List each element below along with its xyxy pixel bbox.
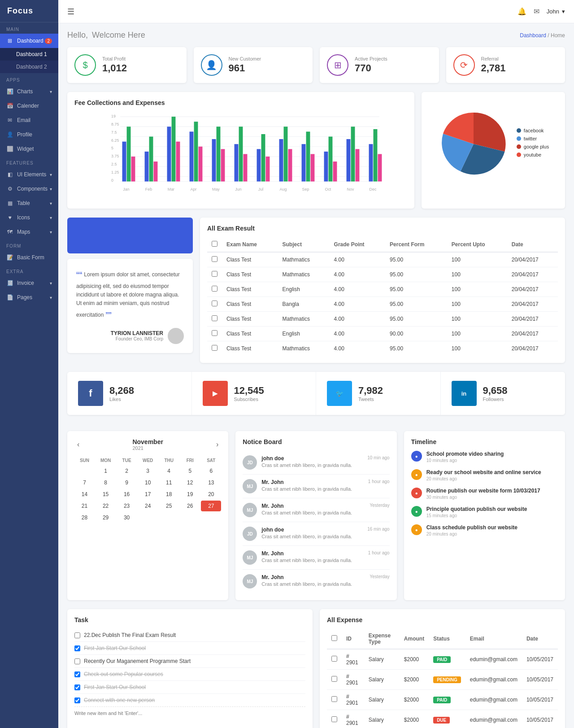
row-checkbox[interactable] — [212, 256, 217, 262]
calendar-day[interactable]: 8 — [96, 477, 116, 488]
task-checkbox[interactable] — [74, 658, 80, 664]
notice-time: Yesterday — [370, 503, 390, 517]
calendar-prev-button[interactable]: ‹ — [74, 440, 82, 449]
calendar-day[interactable]: 11 — [159, 477, 179, 488]
facebook-icon: f — [78, 381, 103, 406]
sidebar-item-ui-elements[interactable]: ◧ UI Elements ▾ — [0, 167, 58, 182]
sidebar-item-invoice[interactable]: 🧾 Invoice ▾ — [0, 276, 58, 290]
chevron-down-icon: ▾ — [50, 172, 52, 177]
table-cell: Mathmatics — [278, 267, 330, 282]
calendar-day[interactable]: 23 — [117, 501, 137, 511]
sidebar-item-basic-form[interactable]: 📝 Basic Form — [0, 250, 58, 265]
sidebar-item-dashboard2[interactable]: Dashboard 2 — [0, 61, 58, 73]
row-checkbox[interactable] — [212, 315, 217, 321]
task-checkbox[interactable] — [74, 697, 80, 703]
sidebar-item-icons[interactable]: ♥ Icons ▾ — [0, 210, 58, 225]
calendar-day[interactable]: 20 — [201, 489, 221, 500]
table-cell: Class Test — [222, 267, 278, 282]
table-cell: 4.00 — [330, 252, 385, 267]
row-checkbox[interactable] — [212, 271, 217, 277]
user-menu[interactable]: John ▾ — [547, 8, 565, 15]
sidebar-item-dashboard[interactable]: ⊞ Dashboard 2 — [0, 34, 58, 48]
svg-rect-30 — [217, 126, 221, 181]
exam-table-card: All Exam Result Exam Name Subject Grade … — [200, 218, 565, 363]
expense-id: # 2901 — [342, 670, 364, 690]
calendar-day[interactable]: 4 — [159, 466, 179, 476]
calendar-day[interactable]: 9 — [117, 477, 137, 488]
youtube-label: Subscribes — [234, 397, 264, 402]
sidebar-item-email[interactable]: ✉ Email — [0, 113, 58, 127]
calendar-day[interactable]: 14 — [74, 489, 95, 500]
sidebar-item-dashboard1[interactable]: Dashboard 1 — [0, 48, 58, 61]
calendar-day[interactable]: 29 — [96, 512, 116, 523]
expense-select-all[interactable] — [331, 635, 337, 641]
row-checkbox[interactable] — [331, 676, 337, 682]
exam-select-all[interactable] — [212, 241, 217, 247]
row-checkbox[interactable] — [212, 330, 217, 336]
bell-icon[interactable]: 🔔 — [517, 7, 526, 16]
task-checkbox[interactable] — [74, 671, 80, 677]
linkedin-icon: in — [452, 381, 477, 406]
sidebar-item-profile[interactable]: 👤 Profile — [0, 127, 58, 142]
calendar-day[interactable]: 10 — [138, 477, 158, 488]
table-cell: 20/04/2017 — [507, 327, 558, 341]
expense-status: PENDING — [429, 670, 465, 690]
calendar-day[interactable]: 7 — [74, 477, 95, 488]
calendar-day[interactable]: 6 — [201, 466, 221, 476]
calendar-day[interactable]: 5 — [180, 466, 200, 476]
svg-rect-20 — [145, 152, 149, 182]
row-checkbox[interactable] — [212, 301, 217, 306]
calendar-day[interactable]: 27 — [201, 501, 221, 511]
calendar-day-header: SAT — [201, 456, 221, 465]
svg-rect-48 — [351, 126, 355, 181]
calendar-day[interactable]: 21 — [74, 501, 95, 511]
calendar-day[interactable]: 13 — [201, 477, 221, 488]
calendar-day[interactable]: 1 — [96, 466, 116, 476]
calendar-day[interactable]: 30 — [117, 512, 137, 523]
calendar-next-button[interactable]: › — [213, 440, 221, 449]
calendar-day[interactable]: 3 — [138, 466, 158, 476]
sidebar-item-components[interactable]: ⚙ Components ▾ — [0, 182, 58, 196]
bar-chart-area: 19 8.75 7.5 6.25 5 3.75 2.5 1.25 0 — [74, 112, 407, 201]
sidebar-item-table[interactable]: ▦ Table ▾ — [0, 196, 58, 210]
task-checkbox[interactable] — [74, 684, 80, 690]
sidebar-item-charts[interactable]: 📊 Charts ▾ — [0, 84, 58, 99]
row-checkbox[interactable] — [331, 716, 337, 722]
svg-rect-33 — [239, 126, 243, 181]
expense-date: 10/05/2017 — [522, 690, 558, 710]
calendar-day[interactable]: 15 — [96, 489, 116, 500]
calendar-day[interactable]: 12 — [180, 477, 200, 488]
sidebar-item-pages[interactable]: 📄 Pages ▾ — [0, 290, 58, 305]
email-icon[interactable]: ✉ — [534, 7, 539, 16]
task-checkbox[interactable] — [74, 645, 80, 651]
notice-text: Cras sit amet nibh libero, in gravida nu… — [261, 462, 352, 468]
row-checkbox[interactable] — [331, 656, 337, 662]
sidebar-item-maps[interactable]: 🗺 Maps ▾ — [0, 225, 58, 239]
calendar-day[interactable]: 24 — [138, 501, 158, 511]
calendar-day[interactable]: 16 — [117, 489, 137, 500]
sidebar-item-widget[interactable]: ⬜ Widget — [0, 142, 58, 156]
calendar-day[interactable]: 2 — [117, 466, 137, 476]
calendar-day[interactable]: 18 — [159, 489, 179, 500]
sidebar-item-calendar[interactable]: 📅 Calender — [0, 99, 58, 113]
row-checkbox[interactable] — [331, 696, 337, 702]
topbar-right: 🔔 ✉ John ▾ — [517, 7, 565, 16]
expense-type: Salary — [364, 690, 400, 710]
svg-text:Oct: Oct — [325, 187, 331, 192]
calendar-day[interactable]: 26 — [180, 501, 200, 511]
notice-board-title: Notice Board — [243, 438, 389, 445]
calendar-day[interactable]: 17 — [138, 489, 158, 500]
youtube-stat-info: 12,545 Subscribes — [234, 385, 264, 402]
calendar-day[interactable]: 22 — [96, 501, 116, 511]
calendar-day[interactable]: 25 — [159, 501, 179, 511]
calendar-day[interactable]: 19 — [180, 489, 200, 500]
svg-text:Jun: Jun — [235, 187, 241, 192]
row-checkbox[interactable] — [212, 345, 217, 351]
breadcrumb-dashboard-link[interactable]: Dashboard — [520, 32, 546, 39]
task-checkbox[interactable] — [74, 632, 80, 638]
hamburger-button[interactable]: ☰ — [67, 7, 74, 17]
chevron-down-icon: ▾ — [50, 215, 52, 220]
row-checkbox[interactable] — [212, 286, 217, 292]
calendar-day[interactable]: 28 — [74, 512, 95, 523]
new-task-input[interactable] — [74, 706, 305, 716]
